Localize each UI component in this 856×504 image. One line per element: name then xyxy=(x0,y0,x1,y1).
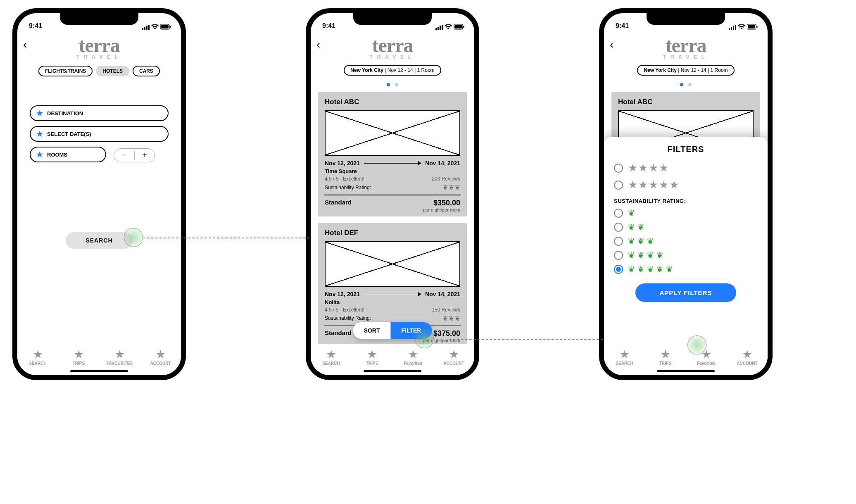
svg-rect-3 xyxy=(148,25,150,30)
leaf-icon: ❦ xyxy=(637,237,644,246)
date-range: Nov 12, 2021Nov 14, 2021 xyxy=(325,160,460,166)
star-filter-5[interactable]: ★★★★★ xyxy=(614,178,758,191)
leaf-row: ❦ xyxy=(628,208,637,218)
status-time: 9:41 xyxy=(322,22,335,30)
svg-rect-2 xyxy=(146,26,147,30)
dates-label: SELECT DATE(S) xyxy=(47,131,91,137)
home-indicator xyxy=(364,370,421,372)
back-button[interactable]: ‹ xyxy=(316,38,320,51)
arrow-icon xyxy=(364,163,421,164)
leaf-icon: ❦ xyxy=(628,265,635,274)
pager-dot-active xyxy=(387,83,390,86)
nav-search-label: SEARCH xyxy=(29,361,46,366)
sustainability-label: Sustainability Rating: xyxy=(325,315,371,321)
star-icon: ★ xyxy=(659,178,668,191)
nav-search[interactable]: ★SEARCH xyxy=(604,344,645,375)
nav-account[interactable]: ★ACCOUNT xyxy=(140,344,181,375)
rooms-input[interactable]: ★ ROOMS xyxy=(30,147,106,162)
sort-button[interactable]: SORT xyxy=(353,322,391,339)
stepper-minus[interactable]: − xyxy=(114,150,134,160)
leaf-icon: ❦ xyxy=(455,184,460,191)
result-meta: 4.5 / 5 - Excellent!150 Reviews xyxy=(325,307,460,313)
nav-account-label: ACCOUNT xyxy=(150,361,171,366)
filter-button[interactable]: FILTER xyxy=(390,322,432,339)
price-amount: $350.00 xyxy=(423,199,460,207)
results-list: Hotel ABCNov 12, 2021Nov 14, 2021Time Sq… xyxy=(311,88,474,347)
nav-search[interactable]: ★SEARCH xyxy=(17,344,58,375)
arrow-icon xyxy=(364,294,421,295)
star-icon: ★ xyxy=(620,349,629,359)
nav-account-label: ACCOUNT xyxy=(444,361,464,366)
tab-cars[interactable]: CARS xyxy=(133,66,160,76)
leaf-icon: ❦ xyxy=(449,315,454,322)
star-icon: ★ xyxy=(368,349,377,359)
leaf-icon: ❦ xyxy=(637,265,644,274)
nav-search-label: SEARCH xyxy=(322,361,340,366)
star-icon: ★ xyxy=(649,178,658,191)
rating-text: 4.5 / 5 - Excellent! xyxy=(325,307,364,313)
star-icon: ★ xyxy=(115,349,124,359)
flow-line-1 xyxy=(143,238,310,238)
result-area: Time Square xyxy=(325,168,460,174)
tab-hotels[interactable]: HOTELS xyxy=(96,66,129,76)
nav-account[interactable]: ★ACCOUNT xyxy=(433,344,474,375)
stepper-plus[interactable]: + xyxy=(135,150,155,160)
cellular-icon xyxy=(142,25,150,30)
nav-trips-label: TRIPS xyxy=(73,361,85,366)
sustainability-label: SUSTAINABILITY RATING: xyxy=(614,198,758,204)
leaf-icon: ❦ xyxy=(647,251,654,260)
result-name: Hotel ABC xyxy=(325,98,460,106)
wifi-icon xyxy=(445,24,452,30)
nav-search[interactable]: ★SEARCH xyxy=(311,344,352,375)
leaf-icon: ❦ xyxy=(656,251,663,260)
brand-logo: terra TRAVEL xyxy=(17,36,181,60)
sustainability-filter-2[interactable]: ❦❦ xyxy=(614,222,758,232)
dates-input[interactable]: ★ SELECT DATE(S) xyxy=(30,126,169,142)
room-tier: Standard xyxy=(325,329,352,336)
leaf-row: ❦❦❦❦ xyxy=(628,250,666,260)
leaf-icon: ❦ xyxy=(442,315,448,322)
search-context-chip[interactable]: New York City | Nov 12 - 14 | 1 Room xyxy=(344,65,441,76)
leaf-row: ❦❦ xyxy=(628,222,647,232)
sustainability-filter-5[interactable]: ❦❦❦❦❦ xyxy=(614,264,758,274)
sustainability-row: Sustainability Rating:❦❦❦ xyxy=(325,183,460,191)
star-icon: ★ xyxy=(36,129,43,138)
filters-sheet: FILTERS ★★★★★★★★★ SUSTAINABILITY RATING:… xyxy=(604,137,768,349)
divider xyxy=(324,195,461,195)
result-card[interactable]: Hotel ABCNov 12, 2021Nov 14, 2021Time Sq… xyxy=(318,92,467,216)
brand-name: terra xyxy=(311,36,474,55)
sustainability-row: Sustainability Rating:❦❦❦ xyxy=(325,314,460,322)
tab-flights-trains[interactable]: FLIGHTS/TRAINS xyxy=(38,66,93,76)
date-from: Nov 12, 2021 xyxy=(325,160,360,166)
notch xyxy=(60,13,138,25)
star-icon: ★ xyxy=(638,178,648,191)
svg-rect-12 xyxy=(454,25,462,29)
result-meta: 4.5 / 5 - Excellent!200 Reviews xyxy=(325,176,460,182)
star-icon: ★ xyxy=(327,349,336,359)
star-rating-group: ★★★★★★★★★ xyxy=(614,162,758,191)
leaf-icon: ❦ xyxy=(442,184,448,191)
leaf-icon: ❦ xyxy=(628,209,635,218)
apply-filters-button[interactable]: APPLY FILTERS xyxy=(635,283,736,302)
back-button[interactable]: ‹ xyxy=(23,38,27,51)
sustainability-filter-4[interactable]: ❦❦❦❦ xyxy=(614,250,758,260)
rooms-stepper[interactable]: − + xyxy=(114,148,155,162)
category-tabs: FLIGHTS/TRAINS HOTELS CARS xyxy=(17,66,181,76)
leaf-icon: ❦ xyxy=(637,223,644,232)
sustainability-filter-3[interactable]: ❦❦❦ xyxy=(614,236,758,246)
sustainability-filter-1[interactable]: ❦ xyxy=(614,208,758,218)
sustainability-group: ❦❦❦❦❦❦❦❦❦❦❦❦❦❦❦ xyxy=(614,208,758,274)
star-icon: ★ xyxy=(649,162,658,174)
destination-input[interactable]: ★ DESTINATION xyxy=(30,105,169,121)
star-icon: ★ xyxy=(449,349,459,359)
leaf-icon: ❦ xyxy=(628,251,635,260)
reviews-count: 200 Reviews xyxy=(432,176,460,182)
star-row: ★★★★★ xyxy=(628,178,680,191)
star-icon: ★ xyxy=(409,349,418,359)
nav-account[interactable]: ★ACCOUNT xyxy=(727,344,768,375)
search-button[interactable]: SEARCH xyxy=(66,232,132,249)
svg-rect-7 xyxy=(435,28,437,30)
star-icon: ★ xyxy=(702,349,711,359)
star-filter-4[interactable]: ★★★★ xyxy=(614,162,758,174)
nav-favourites-label: FAVOURITES xyxy=(107,361,133,366)
